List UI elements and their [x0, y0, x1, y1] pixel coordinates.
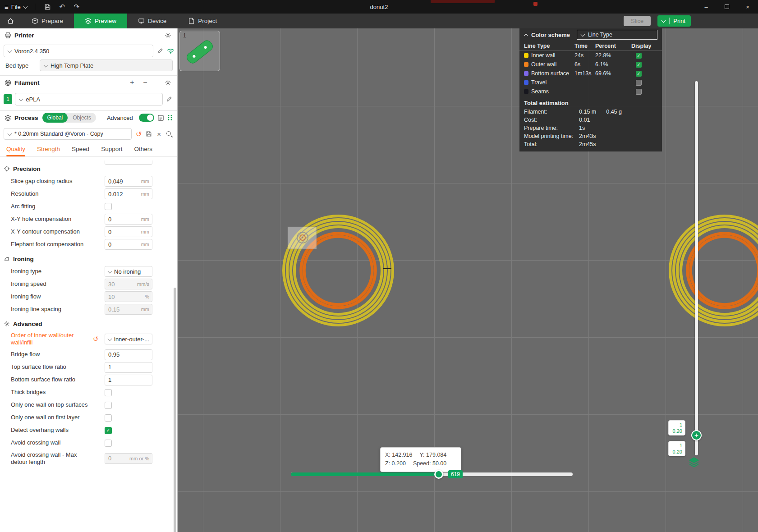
display-checkbox[interactable]: [636, 80, 642, 86]
setting-input[interactable]: 0.049mm: [105, 176, 152, 187]
line-type-percent: 22.8%: [595, 52, 625, 59]
save-button[interactable]: [42, 1, 53, 12]
col-display: Display: [631, 43, 657, 49]
edit-filament-button[interactable]: [165, 95, 173, 103]
setting-checkbox[interactable]: [105, 414, 112, 422]
redo-button[interactable]: ↷: [71, 1, 82, 12]
total-row: Total:2m45s: [519, 140, 662, 148]
settings-scrollbar[interactable]: [174, 288, 176, 532]
printer-connection-button[interactable]: [167, 47, 175, 55]
search-settings-button[interactable]: [166, 130, 173, 138]
setting-input[interactable]: 0.012mm: [105, 188, 152, 199]
file-menu[interactable]: ≡ File: [5, 4, 28, 10]
filament-settings-button[interactable]: [163, 78, 173, 87]
remove-filament-button[interactable]: −: [140, 78, 150, 87]
total-values: 2m43s: [579, 133, 657, 139]
tab-prepare[interactable]: Prepare: [21, 14, 74, 28]
setting-input[interactable]: 0mm: [105, 226, 152, 237]
setting-input[interactable]: 1: [105, 375, 152, 385]
home-button[interactable]: [0, 14, 21, 28]
tab-preview[interactable]: Preview: [74, 14, 127, 28]
line-type-time: 6s: [574, 61, 595, 68]
reset-preset-button[interactable]: ↺: [136, 130, 142, 138]
setting-checkbox[interactable]: [105, 402, 112, 409]
tab-project[interactable]: Project: [177, 14, 228, 28]
preview-viewport[interactable]: 1 Color scheme Line Type Line Type Ti: [178, 28, 758, 532]
setting-checkbox[interactable]: [105, 440, 112, 447]
close-button[interactable]: ×: [737, 0, 758, 14]
settings-group-header[interactable]: Advanced: [0, 317, 177, 330]
setting-input[interactable]: 0.15mm: [105, 304, 152, 315]
process-scope-toggle[interactable]: Global Objects: [42, 113, 96, 123]
settings-group-header[interactable]: Precision: [0, 162, 177, 175]
print-button[interactable]: Print: [657, 15, 691, 27]
save-preset-button[interactable]: [146, 130, 152, 138]
delete-preset-button[interactable]: ×: [156, 130, 162, 138]
move-slider-handle[interactable]: [434, 470, 443, 479]
setting-checkbox[interactable]: ✓: [105, 427, 112, 434]
total-label: Cost:: [524, 117, 579, 123]
setting-row: Elephant foot compensation0mm: [0, 238, 177, 251]
revert-icon[interactable]: ↺: [93, 335, 99, 343]
setting-input[interactable]: 0mm: [105, 214, 152, 225]
setting-checkbox[interactable]: [105, 203, 112, 210]
parameter-table-button[interactable]: [167, 113, 173, 123]
tab-support[interactable]: Support: [101, 146, 122, 156]
maximize-button[interactable]: [717, 0, 737, 14]
bed-type-select[interactable]: High Temp Plate: [40, 60, 173, 71]
precision-icon: [4, 165, 10, 172]
setting-input[interactable]: 0.95: [105, 349, 152, 360]
layer-height: 0.20: [673, 449, 682, 455]
printer-select[interactable]: Voron2.4 350: [4, 45, 153, 57]
setting-select[interactable]: No ironing: [105, 266, 152, 277]
line-type-time: 1m13s: [574, 70, 595, 77]
tab-speed[interactable]: Speed: [72, 146, 89, 156]
process-scope-global[interactable]: Global: [42, 113, 68, 123]
filament-slot-badge[interactable]: 1: [4, 94, 12, 104]
display-checkbox[interactable]: ✓: [636, 71, 642, 77]
edit-printer-button[interactable]: [157, 47, 163, 55]
tab-device-label: Device: [148, 18, 166, 24]
layer-slider-track[interactable]: [695, 81, 698, 455]
plate-thumbnail[interactable]: 1: [179, 31, 220, 71]
tab-device[interactable]: Device: [127, 14, 177, 28]
tooltip-y: Y: 179.084: [419, 451, 446, 459]
display-checkbox[interactable]: ✓: [636, 53, 642, 59]
tab-others[interactable]: Others: [134, 146, 152, 156]
color-scheme-select[interactable]: Line Type: [577, 30, 657, 40]
printer-settings-button[interactable]: [163, 30, 173, 40]
line-type-name-cell: Inner wall: [524, 52, 574, 59]
tab-strength[interactable]: Strength: [37, 146, 60, 156]
setting-input[interactable]: 0mm or %: [105, 453, 152, 464]
setting-input-value: 0: [105, 455, 129, 462]
setting-select[interactable]: inner-outer-...: [105, 334, 152, 344]
pencil-icon: [166, 96, 172, 102]
display-checkbox[interactable]: ✓: [636, 62, 642, 68]
parameter-list-button[interactable]: [157, 113, 164, 123]
setting-row: X-Y hole compensation0mm: [0, 213, 177, 225]
minimize-button[interactable]: –: [696, 0, 717, 14]
settings-group-header[interactable]: Ironing: [0, 252, 177, 265]
layers-button[interactable]: [688, 456, 700, 470]
process-preset-select[interactable]: * 0.20mm Standard @Voron - Copy: [4, 128, 132, 140]
setting-input[interactable]: 30mm/s: [105, 279, 152, 289]
add-filament-button[interactable]: +: [127, 78, 137, 87]
setting-input[interactable]: 10%: [105, 291, 152, 302]
setting-input[interactable]: 1: [105, 362, 152, 373]
setting-checkbox[interactable]: [105, 389, 112, 396]
advanced-mode-toggle[interactable]: [139, 114, 154, 122]
collapse-panel-icon[interactable]: [524, 33, 528, 37]
undo-button[interactable]: ↶: [57, 1, 68, 12]
process-scope-objects[interactable]: Objects: [68, 115, 96, 121]
col-line-type: Line Type: [524, 43, 574, 49]
gcode-preview-canvas[interactable]: [178, 28, 758, 532]
layer-slider-handle[interactable]: +: [691, 430, 702, 440]
total-label: Prepare time:: [524, 125, 579, 131]
display-checkbox[interactable]: [636, 89, 642, 95]
move-slider[interactable]: 619: [291, 472, 573, 476]
tab-quality[interactable]: Quality: [6, 146, 25, 156]
slice-button[interactable]: Slice: [624, 16, 651, 26]
settings-group-title: Advanced: [13, 321, 42, 327]
setting-input[interactable]: 0mm: [105, 239, 152, 250]
filament-select[interactable]: ePLA: [15, 93, 163, 105]
